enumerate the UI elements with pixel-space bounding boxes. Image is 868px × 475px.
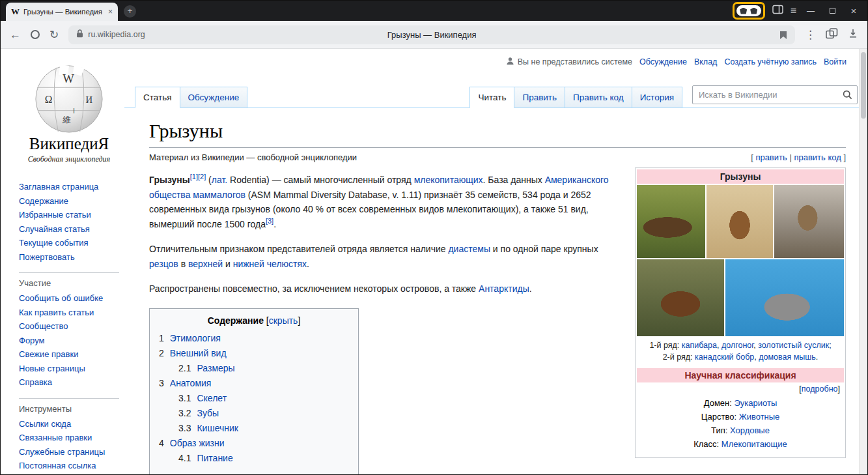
sidebar-link[interactable]: Сообщество <box>19 321 68 331</box>
minimize-button[interactable]: — <box>804 7 818 15</box>
sidebar-link[interactable]: Новые страницы <box>19 364 85 373</box>
inline-link[interactable]: домовая мышь <box>759 353 816 362</box>
browser-tab[interactable]: W Грызуны — Википедия × <box>6 3 118 21</box>
inline-link[interactable]: править код <box>794 152 841 162</box>
toc-link[interactable]: Анатомия <box>170 378 212 388</box>
tab-history[interactable]: История <box>632 87 682 108</box>
search-icon[interactable] <box>843 90 852 102</box>
search-input[interactable] <box>692 85 858 104</box>
inline-link[interactable]: верхней <box>188 259 223 269</box>
photo-house-mouse[interactable] <box>725 259 844 336</box>
sidebar-link[interactable]: Связанные правки <box>19 433 92 442</box>
sidebar-link[interactable]: Случайная статья <box>19 224 90 234</box>
extension-icon-2[interactable] <box>750 8 757 14</box>
taxonomy-value[interactable]: Хордовые <box>730 425 770 435</box>
collections-icon[interactable] <box>826 28 838 42</box>
sidebar-link[interactable]: Служебные страницы <box>19 447 105 457</box>
scrollbar-thumb[interactable] <box>861 52 866 119</box>
personal-link[interactable]: Вклад <box>694 57 718 66</box>
wikipedia-globe-logo[interactable]: W Ω И 維 ا <box>31 62 107 134</box>
nav-row: Избранные статьи <box>19 208 119 222</box>
inline-link[interactable]: резцов <box>149 259 178 269</box>
toc-link[interactable]: Питание <box>197 453 232 463</box>
inline-link[interactable]: нижней челюстях <box>233 259 307 269</box>
inline-link[interactable]: [2] <box>198 173 206 180</box>
download-icon[interactable] <box>848 28 858 41</box>
tab-edit-source[interactable]: Править код <box>565 87 632 108</box>
taxonomy-value[interactable]: Эукариоты <box>734 398 777 408</box>
sidebar-link[interactable]: Как править статьи <box>19 308 94 317</box>
reload-button[interactable]: ↻ <box>49 29 59 40</box>
tab-close-icon[interactable]: × <box>108 7 113 16</box>
tab-article[interactable]: Статья <box>135 87 180 108</box>
browser-toolbar: ← ↻ ru.wikipedia.org Грызуны — Википедия… <box>1 21 867 49</box>
inline-link[interactable]: диастемы <box>448 244 490 254</box>
toc-link[interactable]: Зубы <box>197 408 219 418</box>
photo-capybara[interactable] <box>637 185 705 258</box>
menu-icon[interactable]: ≡ <box>791 6 796 16</box>
back-button[interactable]: ← <box>10 29 21 40</box>
bookmark-icon[interactable] <box>779 31 787 42</box>
sidebar-link[interactable]: Постоянная ссылка <box>19 461 96 470</box>
side-panel-icon[interactable] <box>772 5 783 17</box>
reference[interactable]: [3] <box>266 217 273 225</box>
extensions-pill[interactable] <box>736 5 761 16</box>
sidebar-link[interactable]: Содержание <box>19 196 68 206</box>
taxonomy-value[interactable]: Животные <box>739 412 780 422</box>
sidebar-link[interactable]: Свежие правки <box>19 349 78 359</box>
photo-springhare[interactable] <box>707 185 773 258</box>
toc-link[interactable]: Скелет <box>197 393 227 403</box>
wikipedia-wordmark[interactable]: ВикипедиЯ <box>19 135 119 153</box>
taxonomy-value[interactable]: Млекопитающие <box>721 439 787 449</box>
sidebar-link[interactable]: Ссылки сюда <box>19 419 71 429</box>
personal-link[interactable]: Обсуждение <box>639 57 687 66</box>
sidebar-link[interactable]: Пожертвовать <box>19 252 75 262</box>
reference[interactable]: [1] <box>190 173 198 180</box>
personal-link[interactable]: Создать учётную запись <box>724 57 817 66</box>
inline-link[interactable]: [3] <box>266 217 273 225</box>
photo-canadian-beaver[interactable] <box>637 259 724 336</box>
inline-link[interactable]: канадский бобр <box>695 353 754 362</box>
maximize-button[interactable] <box>825 7 839 15</box>
inline-link[interactable]: млекопитающих <box>414 175 483 185</box>
inline-link[interactable]: подробно <box>802 384 838 394</box>
toc-link[interactable]: Размеры <box>197 363 234 373</box>
inline-link[interactable]: золотистый суслик <box>758 341 829 350</box>
sidebar-link[interactable]: Заглавная страница <box>19 182 98 192</box>
toc-number: 4.1 <box>178 453 191 463</box>
photo-golden-ground-squirrel[interactable] <box>774 185 844 258</box>
new-tab-button[interactable]: + <box>124 5 136 18</box>
address-bar[interactable]: ru.wikipedia.org Грызуны — Википедия <box>68 25 795 44</box>
maximize-icon <box>830 8 835 14</box>
toc-link[interactable]: Кишечник <box>197 423 238 433</box>
dots-menu-icon[interactable]: ⋮ <box>805 29 816 40</box>
inline-text: 2-й ряд: <box>663 353 695 362</box>
extension-icon-1[interactable] <box>740 8 747 14</box>
taxonomy-row: Домен: Эукариоты <box>637 396 844 410</box>
sidebar-link[interactable]: Избранные статьи <box>19 210 91 220</box>
sidebar-link[interactable]: Форум <box>19 336 45 345</box>
tab-talk[interactable]: Обсуждение <box>180 87 248 108</box>
page-scrollbar[interactable] <box>859 49 867 474</box>
yandex-home-icon[interactable] <box>31 30 40 39</box>
toc-link[interactable]: Этимология <box>170 333 221 343</box>
tab-read[interactable]: Читать <box>469 87 514 108</box>
inline-link[interactable]: долгоног <box>721 341 753 350</box>
inline-link[interactable]: править <box>755 152 787 162</box>
lock-icon <box>76 29 83 40</box>
tab-edit[interactable]: Править <box>514 87 565 108</box>
sidebar-link[interactable]: Сообщить об ошибке <box>19 293 103 303</box>
inline-link[interactable]: капибара <box>682 341 717 350</box>
toc-link[interactable]: Внешний вид <box>170 348 227 358</box>
url-domain[interactable]: ru.wikipedia.org <box>88 30 145 39</box>
inline-link[interactable]: [1] <box>190 173 198 180</box>
toc-link[interactable]: Образ жизни <box>170 438 225 448</box>
inline-link[interactable]: скрыть <box>269 315 298 326</box>
personal-link[interactable]: Войти <box>824 57 847 66</box>
inline-link[interactable]: лат. <box>212 175 227 185</box>
sidebar-link[interactable]: Текущие события <box>19 238 89 248</box>
inline-link[interactable]: Антарктиды <box>479 283 529 294</box>
sidebar-link[interactable]: Справка <box>19 377 52 387</box>
reference[interactable]: [2] <box>198 173 206 180</box>
close-button[interactable]: × <box>847 6 861 16</box>
